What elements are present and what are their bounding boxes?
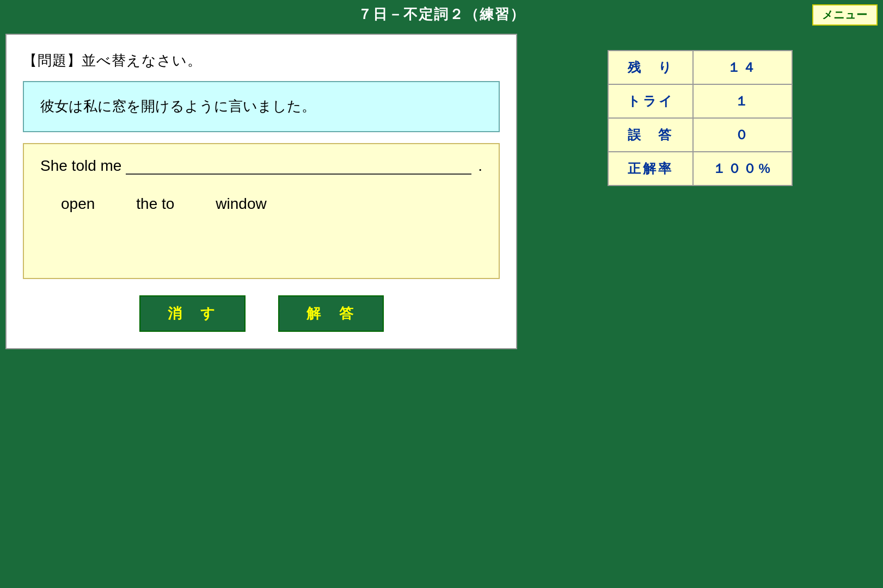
stat-label-3: 正解率 [608, 152, 693, 185]
stat-label-1: トライ [608, 84, 693, 118]
stat-value-3: １００% [693, 152, 792, 185]
clear-button[interactable]: 消 す [139, 295, 246, 332]
left-panel: 【問題】並べ替えなさい。 彼女は私に窓を開けるように言いました。 She tol… [5, 34, 517, 349]
stat-label-0: 残 り [608, 51, 693, 84]
menu-button[interactable]: メニュー [812, 4, 878, 26]
stat-value-1: １ [693, 84, 792, 118]
stat-value-0: １４ [693, 51, 792, 84]
word-choice-the-to[interactable]: the to [132, 193, 179, 215]
answer-button[interactable]: 解 答 [278, 295, 384, 332]
sentence-start: She told me [40, 157, 121, 175]
stat-row-0: 残 り１４ [608, 51, 792, 84]
stat-value-2: ０ [693, 118, 792, 152]
japanese-sentence-box: 彼女は私に窓を開けるように言いました。 [23, 81, 500, 132]
stat-row-1: トライ１ [608, 84, 792, 118]
main-content: 【問題】並べ替えなさい。 彼女は私に窓を開けるように言いました。 She tol… [0, 28, 883, 588]
stat-row-3: 正解率１００% [608, 152, 792, 185]
english-sentence: She told me . [40, 155, 482, 177]
stat-label-2: 誤 答 [608, 118, 693, 152]
right-panel: 残 り１４トライ１誤 答０正解率１００% [523, 34, 878, 583]
stat-row-2: 誤 答０ [608, 118, 792, 152]
question-label: 【問題】並べ替えなさい。 [23, 51, 500, 70]
period: . [478, 157, 482, 175]
stats-table: 残 り１４トライ１誤 答０正解率１００% [608, 50, 793, 186]
word-choices: open the to window [40, 188, 482, 220]
japanese-sentence-text: 彼女は私に窓を開けるように言いました。 [40, 98, 316, 114]
answer-box: She told me . open the to window [23, 143, 500, 279]
buttons-row: 消 す 解 答 [23, 295, 500, 332]
answer-blank[interactable] [126, 155, 471, 175]
word-choice-open[interactable]: open [57, 193, 99, 215]
page-title: ７日－不定詞２（練習） [358, 5, 525, 24]
word-choice-window[interactable]: window [211, 193, 271, 215]
stats-tbody: 残 り１４トライ１誤 答０正解率１００% [608, 51, 792, 185]
header: ７日－不定詞２（練習） メニュー [0, 0, 883, 28]
